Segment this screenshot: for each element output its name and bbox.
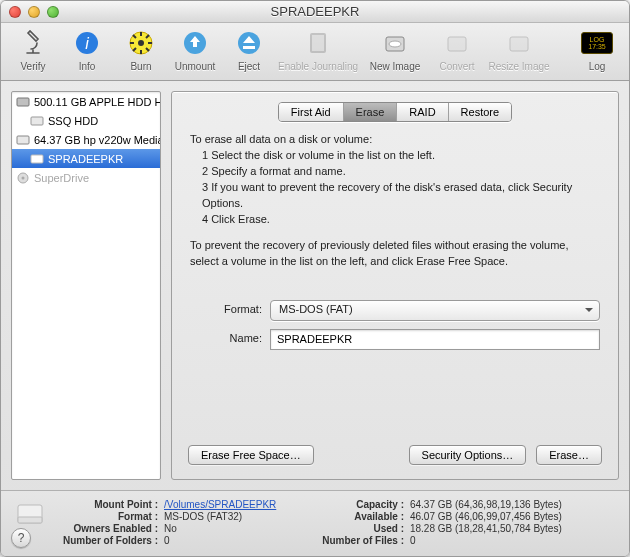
unmount-icon — [179, 27, 211, 59]
files-value: 0 — [410, 535, 562, 546]
tab-bar: First Aid Erase RAID Restore — [172, 102, 618, 122]
available-value: 46.07 GB (46,06,99,07,456 Bytes) — [410, 511, 562, 522]
svg-point-3 — [138, 40, 144, 46]
folders-value: 0 — [164, 535, 276, 546]
used-value: 18.28 GB (18,28,41,50,784 Bytes) — [410, 523, 562, 534]
svg-rect-15 — [31, 155, 43, 163]
verify-button[interactable]: Verify — [9, 27, 57, 72]
tab-control: First Aid Erase RAID Restore — [278, 102, 512, 122]
svg-rect-12 — [17, 98, 29, 106]
tab-raid[interactable]: RAID — [397, 103, 448, 121]
tab-restore[interactable]: Restore — [449, 103, 512, 121]
svg-rect-14 — [17, 136, 29, 144]
svg-rect-7 — [312, 35, 324, 51]
burn-icon — [125, 27, 157, 59]
footer-disk-icon — [13, 499, 47, 529]
svg-rect-11 — [510, 37, 528, 51]
sidebar-item-label: SuperDrive — [34, 172, 89, 184]
convert-button[interactable]: Convert — [433, 27, 481, 72]
svg-rect-13 — [31, 117, 43, 125]
internal-disk-icon — [16, 95, 30, 109]
tab-first-aid[interactable]: First Aid — [279, 103, 344, 121]
owners-value: No — [164, 523, 276, 534]
files-key: Number of Files : — [322, 535, 404, 546]
instructions-step-3: 3 If you want to prevent the recovery of… — [202, 180, 600, 212]
svg-point-17 — [22, 176, 25, 179]
folders-key: Number of Folders : — [63, 535, 158, 546]
footer-left-grid: Mount Point : /Volumes/SPRADEEPKR Format… — [63, 499, 276, 546]
journal-icon — [302, 27, 334, 59]
mount-point-link[interactable]: /Volumes/SPRADEEPKR — [164, 499, 276, 510]
name-row: Name: — [190, 329, 600, 350]
format-select[interactable]: MS-DOS (FAT) — [270, 300, 600, 321]
new-image-button[interactable]: New Image — [363, 27, 427, 72]
new-image-icon — [379, 27, 411, 59]
volume-icon — [30, 114, 44, 128]
sidebar-item-disk-0[interactable]: 500.11 GB APPLE HDD H… — [12, 92, 160, 111]
owners-key: Owners Enabled : — [63, 523, 158, 534]
info-icon: i — [71, 27, 103, 59]
format-label: Format: — [190, 302, 262, 318]
help-button[interactable]: ? — [11, 528, 31, 548]
burn-button[interactable]: Burn — [117, 27, 165, 72]
format-key: Format : — [63, 511, 158, 522]
eject-button[interactable]: Eject — [225, 27, 273, 72]
disk-sidebar[interactable]: 500.11 GB APPLE HDD H… SSQ HDD 64.37 GB … — [11, 91, 161, 480]
microscope-icon — [17, 27, 49, 59]
name-label: Name: — [190, 331, 262, 347]
volume-icon — [30, 152, 44, 166]
sidebar-item-label: SPRADEEPKR — [48, 153, 123, 165]
capacity-value: 64.37 GB (64,36,98,19,136 Bytes) — [410, 499, 562, 510]
convert-icon — [441, 27, 473, 59]
instructions-step-4: 4 Click Erase. — [202, 212, 600, 228]
instructions-intro: To erase all data on a disk or volume: — [190, 132, 600, 148]
footer-right-grid: Capacity : 64.37 GB (64,36,98,19,136 Byt… — [322, 499, 561, 546]
available-key: Available : — [322, 511, 404, 522]
info-footer: Mount Point : /Volumes/SPRADEEPKR Format… — [1, 490, 629, 556]
external-disk-icon — [16, 133, 30, 147]
window-title: SPRADEEPKR — [1, 4, 629, 19]
security-options-button[interactable]: Security Options… — [409, 445, 527, 465]
capacity-key: Capacity : — [322, 499, 404, 510]
svg-rect-10 — [448, 37, 466, 51]
optical-drive-icon — [16, 171, 30, 185]
sidebar-item-label: 64.37 GB hp v220w Media — [34, 134, 160, 146]
instructions-step-2: 2 Specify a format and name. — [202, 164, 600, 180]
body: 500.11 GB APPLE HDD H… SSQ HDD 64.37 GB … — [1, 81, 629, 490]
sidebar-item-label: 500.11 GB APPLE HDD H… — [34, 96, 160, 108]
toolbar: Verify i Info Burn Unmount Eject — [1, 23, 629, 81]
log-icon: LOG17:35 — [581, 27, 613, 59]
erase-instructions: To erase all data on a disk or volume: 1… — [172, 122, 618, 360]
erase-button-row: Erase Free Space… Security Options… Eras… — [172, 445, 618, 479]
erase-free-space-button[interactable]: Erase Free Space… — [188, 445, 314, 465]
sidebar-item-vol-0[interactable]: SSQ HDD — [12, 111, 160, 130]
sidebar-item-superdrive[interactable]: SuperDrive — [12, 168, 160, 187]
unmount-button[interactable]: Unmount — [171, 27, 219, 72]
format-select-value: MS-DOS (FAT) — [279, 302, 353, 318]
tab-erase[interactable]: Erase — [344, 103, 398, 121]
info-button[interactable]: i Info — [63, 27, 111, 72]
svg-text:i: i — [85, 35, 89, 52]
svg-point-9 — [389, 41, 401, 47]
used-key: Used : — [322, 523, 404, 534]
enable-journaling-button[interactable]: Enable Journaling — [279, 27, 357, 72]
name-input[interactable] — [270, 329, 600, 350]
format-value: MS-DOS (FAT32) — [164, 511, 276, 522]
log-button[interactable]: LOG17:35 Log — [573, 27, 621, 72]
instructions-step-1: 1 Select the disk or volume in the list … — [202, 148, 600, 164]
sidebar-item-label: SSQ HDD — [48, 115, 98, 127]
svg-rect-19 — [18, 517, 42, 523]
resize-icon — [503, 27, 535, 59]
sidebar-item-disk-1[interactable]: 64.37 GB hp v220w Media — [12, 130, 160, 149]
instructions-para2: To prevent the recovery of previously de… — [190, 238, 600, 270]
eject-icon — [233, 27, 265, 59]
titlebar: SPRADEEPKR — [1, 1, 629, 23]
mount-point-key: Mount Point : — [63, 499, 158, 510]
disk-utility-window: SPRADEEPKR Verify i Info Burn Unmount — [0, 0, 630, 557]
main-pane: First Aid Erase RAID Restore To erase al… — [171, 91, 619, 480]
erase-button[interactable]: Erase… — [536, 445, 602, 465]
format-row: Format: MS-DOS (FAT) — [190, 300, 600, 321]
sidebar-item-vol-1[interactable]: SPRADEEPKR — [12, 149, 160, 168]
resize-image-button[interactable]: Resize Image — [487, 27, 551, 72]
